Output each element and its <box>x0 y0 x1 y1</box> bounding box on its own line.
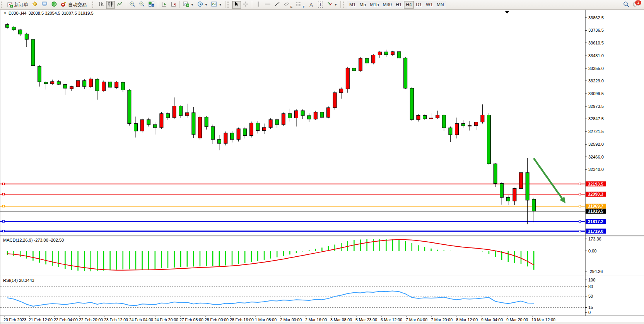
candlestick <box>179 106 183 116</box>
toolbar-grip[interactable] <box>1 2 4 8</box>
search-button[interactable] <box>622 1 631 9</box>
line-handle[interactable] <box>3 193 5 195</box>
timeframe-MN[interactable]: MN <box>435 1 446 9</box>
date-axis-label[interactable]: 9 Mar 20:00 <box>506 317 528 322</box>
candlestick <box>185 113 189 116</box>
chart-title[interactable]: ▼ DJ30-,H4 32038.5 32054.5 31807.5 31919… <box>3 11 94 15</box>
candlestick <box>128 90 131 124</box>
channel-tool-button[interactable]: E <box>282 1 294 9</box>
line-handle[interactable] <box>3 230 5 232</box>
arrows-tool-button[interactable]: ▼ <box>325 1 339 9</box>
date-axis-label[interactable]: 22 Feb 20:00 <box>79 317 103 322</box>
price-axis-label: 33099.5 <box>588 91 604 96</box>
new-order-button[interactable]: 新订单 <box>6 1 30 9</box>
timeframe-M1[interactable]: M1 <box>347 1 358 9</box>
zoom-in-button[interactable] <box>128 1 137 9</box>
tile-windows-button[interactable] <box>147 1 156 9</box>
indicators-button[interactable]: ▼ <box>181 1 195 9</box>
candlestick <box>333 93 337 108</box>
periods-button[interactable]: ▼ <box>196 1 209 9</box>
date-axis-label[interactable]: 22 Feb 04:00 <box>54 317 78 322</box>
candlestick <box>153 124 157 128</box>
date-axis-label[interactable]: 6 Mar 12:00 <box>381 317 402 322</box>
notifications-button[interactable]: 1 <box>631 1 641 9</box>
date-axis-label[interactable]: 24 Feb 04:00 <box>129 317 153 322</box>
date-axis-label[interactable]: 28 Feb 16:00 <box>230 317 254 322</box>
line-handle[interactable] <box>3 205 5 207</box>
candlestick <box>372 55 375 63</box>
toolbar: 新订单 自动交易 <box>0 0 644 10</box>
text-tool-button[interactable]: A <box>307 1 316 9</box>
date-axis-label[interactable]: 27 Feb 08:00 <box>179 317 203 322</box>
auto-trading-button[interactable]: 自动交易 <box>59 1 88 9</box>
date-axis-label[interactable]: 7 Mar 20:00 <box>431 317 453 322</box>
zoom-out-button[interactable] <box>137 1 147 9</box>
candlestick <box>237 129 240 140</box>
fibonacci-tool-button[interactable]: F <box>294 1 306 9</box>
date-axis-label[interactable]: 7 Mar 04:00 <box>406 317 427 322</box>
toolbar-grip[interactable] <box>343 2 346 8</box>
price-badge-label: 31719.0 <box>588 229 603 234</box>
text-label-tool-button[interactable]: T <box>316 1 325 9</box>
candlestick <box>173 106 176 118</box>
date-axis-label[interactable]: 2 Mar 00:00 <box>280 317 302 322</box>
line-handle[interactable] <box>579 205 581 207</box>
price-badge-label: 31969.7 <box>588 204 603 208</box>
gold-tag-icon <box>32 1 38 8</box>
candlestick <box>249 123 253 135</box>
macd-axis-label: -294.26 <box>588 269 603 274</box>
candlestick <box>461 124 465 126</box>
trendline-tool-button[interactable] <box>273 1 282 9</box>
candlestick-chart-button[interactable] <box>106 1 115 9</box>
line-handle[interactable] <box>3 220 5 222</box>
line-handle[interactable] <box>579 230 581 232</box>
timeframe-M30[interactable]: M30 <box>381 1 394 9</box>
date-axis-label[interactable]: 28 Feb 00:00 <box>205 317 229 322</box>
bar-chart-button[interactable] <box>97 1 106 9</box>
date-axis-label[interactable]: 8 Mar 12:00 <box>456 317 478 322</box>
date-axis-label[interactable]: 1 Mar 08:00 <box>255 317 277 322</box>
arrow-shapes-icon <box>327 1 333 8</box>
timeframe-M5[interactable]: M5 <box>358 1 368 9</box>
date-axis-label[interactable]: 23 Feb 12:00 <box>104 317 128 322</box>
line-chart-button[interactable] <box>115 1 124 9</box>
line-handle[interactable] <box>579 183 581 185</box>
chart-canvas[interactable]: 33862.533736.533610.533481.033355.033229… <box>0 10 644 324</box>
candlestick <box>140 119 144 131</box>
chart-dropdown-icon[interactable]: ▼ <box>3 12 7 15</box>
toolbar-grip[interactable] <box>92 2 95 8</box>
vertical-line-tool-button[interactable] <box>254 1 263 9</box>
date-axis-label[interactable]: 10 Mar 12:00 <box>531 317 555 322</box>
publish-button[interactable] <box>30 1 39 9</box>
candlestick <box>314 112 317 119</box>
toolbar-grip[interactable] <box>227 2 231 8</box>
horizontal-line-tool-button[interactable] <box>263 1 272 9</box>
templates-button[interactable]: ▼ <box>210 1 224 9</box>
timeframe-D1[interactable]: D1 <box>414 1 424 9</box>
date-axis-label[interactable]: 2 Mar 16:00 <box>305 317 327 322</box>
vertical-line-icon <box>256 1 260 8</box>
date-axis-label[interactable]: 3 Mar 08:00 <box>330 317 352 322</box>
line-handle[interactable] <box>579 220 581 222</box>
terminal-button[interactable] <box>40 1 49 9</box>
date-axis-label[interactable]: 9 Mar 04:00 <box>481 317 503 322</box>
line-handle[interactable] <box>3 183 5 185</box>
crosshair-tool-button[interactable] <box>241 1 250 9</box>
timeframe-H4[interactable]: H4 <box>404 1 414 9</box>
timeframe-M15[interactable]: M15 <box>368 1 381 9</box>
auto-scroll-button[interactable] <box>169 1 178 9</box>
chart-shift-button[interactable] <box>160 1 169 9</box>
macd-axis-label: 0.00 <box>588 249 596 253</box>
date-axis-label[interactable]: 5 Mar 23:00 <box>355 317 377 322</box>
date-axis-label[interactable]: 24 Feb 20:00 <box>154 317 178 322</box>
cursor-tool-button[interactable] <box>232 1 241 9</box>
timeframe-H1[interactable]: H1 <box>394 1 404 9</box>
timeframe-W1[interactable]: W1 <box>424 1 435 9</box>
date-axis-label[interactable]: 21 Feb 12:00 <box>29 317 53 322</box>
date-axis-label[interactable]: 20 Feb 2023 <box>3 317 26 322</box>
candlestick <box>506 198 510 201</box>
line-handle[interactable] <box>579 193 581 195</box>
market-signal-button[interactable] <box>50 1 59 9</box>
macd-indicator-label: MACD(12,26,9) -273.00 -202.50 <box>3 238 64 242</box>
candlestick <box>243 129 247 136</box>
